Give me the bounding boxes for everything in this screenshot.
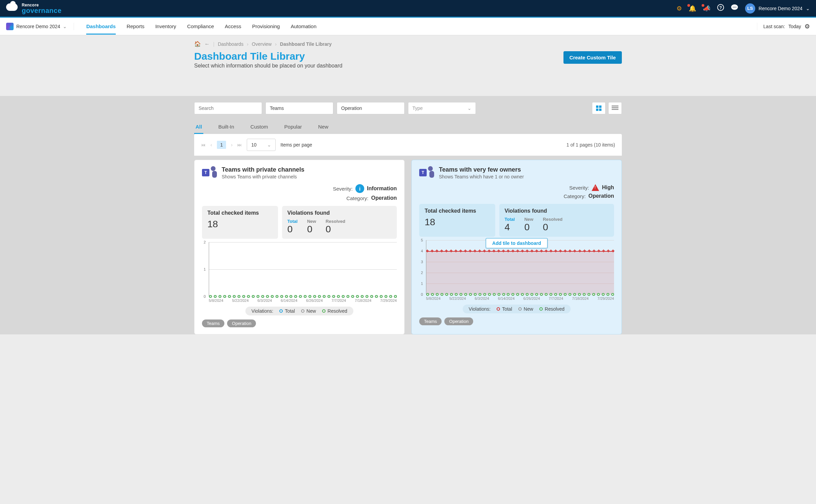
card-title: Teams with very few owners xyxy=(439,166,524,173)
create-custom-tile-button[interactable]: Create Custom Tile xyxy=(563,51,622,64)
checked-label: Total checked items xyxy=(425,208,490,214)
search-input[interactable] xyxy=(194,102,262,114)
pager-current: 1 xyxy=(217,141,226,149)
breadcrumb: 🏠 ← | Dashboards › Overview › Dashboard … xyxy=(194,41,622,47)
violations-chart: 012345 5/8/20245/22/20246/3/20246/14/202… xyxy=(419,240,614,301)
pager-first-icon[interactable]: ⏮ xyxy=(201,142,206,148)
checked-items-box: Total checked items 18 xyxy=(202,206,278,239)
subtab-custom[interactable]: Custom xyxy=(249,120,270,134)
pager-next-icon[interactable]: › xyxy=(231,142,233,148)
pager: ⏮ ‹ 1 › ⏭ 10 ⌄ Items per page 1 of 1 pag… xyxy=(194,134,622,156)
view-list-button[interactable] xyxy=(608,102,622,114)
category-select[interactable]: Operation xyxy=(337,102,405,114)
category-value: Operation xyxy=(371,195,397,201)
pager-prev-icon[interactable]: ‹ xyxy=(210,142,212,148)
tag-operation: Operation xyxy=(444,317,473,325)
tag-teams: Teams xyxy=(419,317,442,325)
bell-icon[interactable]: 🔔 xyxy=(689,5,696,12)
org-picker[interactable]: Rencore Demo 2024 ⌄ xyxy=(6,23,74,30)
page-size-select[interactable]: 10 ⌄ xyxy=(247,139,276,151)
card-subtitle: Shows Teams which have 1 or no owner xyxy=(439,174,524,179)
svg-rect-3 xyxy=(596,105,598,108)
page-size-value: 10 xyxy=(251,142,257,148)
user-menu[interactable]: LS Rencore Demo 2024 ⌄ xyxy=(745,3,810,14)
subtab-all[interactable]: All xyxy=(194,120,203,134)
violations-label: Violations found xyxy=(288,210,391,216)
brand[interactable]: Rencore governance xyxy=(6,3,61,14)
tag-teams: Teams xyxy=(202,319,224,327)
pager-last-icon[interactable]: ⏭ xyxy=(237,142,242,148)
severity-label: Severity: xyxy=(569,185,589,191)
svg-rect-8 xyxy=(612,107,618,108)
violations-box: Violations found Total0 New0 Resolved0 xyxy=(282,206,397,239)
subtab-popular[interactable]: Popular xyxy=(283,120,303,134)
tab-automation[interactable]: Automation xyxy=(291,18,316,35)
view-grid-button[interactable] xyxy=(592,102,606,114)
teams-icon: T xyxy=(202,166,217,178)
chevron-down-icon: ⌄ xyxy=(806,6,810,11)
teams-icon: T xyxy=(419,166,434,178)
crumb-overview[interactable]: Overview xyxy=(252,41,272,47)
crumb-dashboards[interactable]: Dashboards xyxy=(218,41,244,47)
checked-value: 18 xyxy=(425,217,490,228)
subtab-new[interactable]: New xyxy=(317,120,330,134)
tab-reports[interactable]: Reports xyxy=(127,18,145,35)
tile-card[interactable]: Add tile to dashboard T Teams with very … xyxy=(411,160,622,334)
tab-inventory[interactable]: Inventory xyxy=(155,18,176,35)
gear-icon[interactable]: ⚙ xyxy=(676,5,682,12)
last-scan: Last scan: Today ⚙ xyxy=(757,23,810,30)
severity-label: Severity: xyxy=(333,186,353,192)
home-icon[interactable]: 🏠 xyxy=(194,41,201,47)
chevron-down-icon: ⌄ xyxy=(267,142,271,148)
tab-compliance[interactable]: Compliance xyxy=(187,18,214,35)
last-scan-value: Today xyxy=(789,24,801,29)
category-value: Operation xyxy=(588,193,614,199)
category-label: Category: xyxy=(346,195,368,201)
chevron-down-icon: ⌄ xyxy=(467,105,471,111)
crumb-current: Dashboard Tile Library xyxy=(280,41,332,47)
add-tile-button[interactable]: Add tile to dashboard xyxy=(486,238,548,248)
svg-rect-7 xyxy=(612,105,618,106)
page-subtitle: Select which information should be place… xyxy=(194,63,342,69)
severity-info-icon: i xyxy=(355,184,364,193)
workload-value: Teams xyxy=(270,105,284,111)
severity-value: High xyxy=(602,185,614,191)
chat-icon[interactable] xyxy=(731,4,738,13)
severity-high-icon xyxy=(592,184,599,191)
back-icon[interactable]: ← xyxy=(204,41,210,47)
subtab-builtin[interactable]: Built-In xyxy=(217,120,236,134)
user-label: Rencore Demo 2024 xyxy=(759,6,802,11)
pager-per-label: Items per page xyxy=(280,142,312,148)
tab-provisioning[interactable]: Provisioning xyxy=(252,18,280,35)
card-subtitle: Shows Teams with private channels xyxy=(222,174,304,179)
chart-legend: Violations: Total New Resolved xyxy=(245,307,353,315)
tag-operation: Operation xyxy=(227,319,256,327)
gear-icon[interactable]: ⚙ xyxy=(804,23,810,30)
workload-select[interactable]: Teams xyxy=(265,102,333,114)
brand-logo-icon xyxy=(6,3,18,14)
checked-items-box: Total checked items 18 xyxy=(419,204,495,237)
tile-card[interactable]: T Teams with private channels Shows Team… xyxy=(194,160,405,334)
violations-box: Violations found Total4 New0 Resolved0 xyxy=(499,204,614,237)
card-title: Teams with private channels xyxy=(222,166,304,173)
tab-dashboards[interactable]: Dashboards xyxy=(86,18,116,35)
megaphone-icon[interactable]: 📣 xyxy=(703,5,710,12)
svg-rect-6 xyxy=(599,109,601,111)
tab-access[interactable]: Access xyxy=(225,18,241,35)
violations-label: Violations found xyxy=(505,208,609,214)
last-scan-label: Last scan: xyxy=(763,24,785,29)
org-icon xyxy=(6,23,14,30)
category-label: Category: xyxy=(563,193,586,199)
help-icon[interactable]: ? xyxy=(717,4,724,13)
topbar: Rencore governance ⚙ 🔔 📣 ? LS Rencore De… xyxy=(0,0,816,18)
violations-chart: 012 5/8/20245/22/20246/3/20246/14/20246/… xyxy=(202,242,397,303)
type-placeholder: Type xyxy=(412,105,423,111)
svg-rect-5 xyxy=(596,109,598,111)
org-name: Rencore Demo 2024 xyxy=(16,24,60,29)
brand-line2: governance xyxy=(22,7,61,14)
type-select[interactable]: Type ⌄ xyxy=(408,102,476,114)
navbar: Rencore Demo 2024 ⌄ Dashboards Reports I… xyxy=(0,18,816,35)
svg-rect-4 xyxy=(599,105,601,108)
category-value: Operation xyxy=(341,105,362,111)
page-title: Dashboard Tile Library xyxy=(194,51,342,62)
